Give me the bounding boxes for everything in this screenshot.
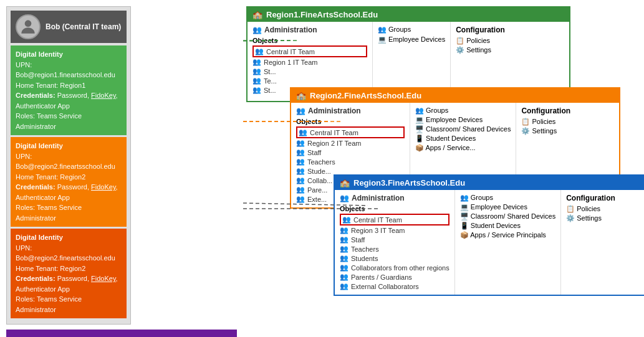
tenant1-header: 🏫 Region1.FineArtsSchool.Edu xyxy=(248,7,569,22)
left-panel: Bob (Central IT team) Digital Identity U… xyxy=(0,0,243,337)
groups-icon: 👥 xyxy=(378,26,387,33)
tenant2-admin-header: 👥 Administration xyxy=(296,107,405,115)
obj-icon-2d: 👥 xyxy=(296,158,305,166)
identity-home-1: Home Tenant: Region1 xyxy=(16,80,122,91)
t3-groups: 👥 Groups xyxy=(460,194,555,202)
t2-groups: 👥 Groups xyxy=(415,107,511,115)
obj-icon-2c: 👥 xyxy=(296,148,305,156)
identity-creds-3: Credentials: Password, FidoKey, Authenti… xyxy=(16,273,122,294)
obj-icon-2e: 👥 xyxy=(296,167,305,175)
obj-icon-3h: 👥 xyxy=(340,282,348,290)
tenant3-config: Configuration 📋 Policies ⚙️ Settings xyxy=(560,190,623,295)
tenant3-box: 🏫 Region3.FineArtsSchool.Edu 👥 Administr… xyxy=(334,174,644,296)
tenant2-icon: 🏫 xyxy=(296,91,306,100)
t2-stud-dev: 📱 Student Devices xyxy=(415,135,511,143)
obj-icon-3f: 👥 xyxy=(340,263,348,272)
obj-icon-3c: 👥 xyxy=(340,235,348,244)
identity-creds-1: Credentials: Password, FidoKey, Authenti… xyxy=(16,90,122,111)
obj-icon: 👥 xyxy=(255,47,264,55)
obj-icon-3d: 👥 xyxy=(340,245,348,253)
tenant3-admin-items: 👥 Groups 💻 Employee Devices 🖥️ Classroom… xyxy=(454,190,560,295)
identity-upn-1: UPN: Bob@region1.fineartsschool.edu xyxy=(16,60,122,80)
tenant3-header: 🏫 Region3.FineArtsSchool.Edu xyxy=(335,176,644,190)
t2-settings: ⚙️ Settings xyxy=(521,127,573,135)
caption-box: Central IT Scenario 2: Using multiple ac… xyxy=(6,330,237,337)
t3-stud-dev: 📱 Student Devices xyxy=(460,222,555,230)
t2-class-dev: 🖥️ Classroom/ Shared Devices xyxy=(415,125,511,133)
t3-emp-dev: 💻 Employee Devices xyxy=(460,203,555,211)
user-section: Bob (Central IT team) Digital Identity U… xyxy=(6,6,237,325)
identity-creds-2: Credentials: Password, FidoKey, Authenti… xyxy=(16,182,122,202)
identity-label-1: Digital Identity xyxy=(16,49,122,60)
tenant3-obj-6: 👥 Parents / Guardians xyxy=(340,272,449,282)
identity-card-3: Digital Identity UPN: Bob@region2.finear… xyxy=(11,229,127,318)
tenant1-settings: ⚙️ Settings xyxy=(456,46,507,54)
t3-settings: ⚙️ Settings xyxy=(566,214,618,222)
tenant1-obj-1: 👥 Region 1 IT Team xyxy=(252,57,367,67)
tenant3-config-label: Configuration xyxy=(566,194,618,202)
tenant3-title: Region3.FineArtsSchool.Edu xyxy=(353,178,465,187)
tenant2-obj-0: 👥 Central IT Team xyxy=(296,126,405,138)
tenant2-config-label: Configuration xyxy=(521,107,573,115)
svg-point-0 xyxy=(25,20,32,27)
obj-icon-3a: 👥 xyxy=(342,216,351,224)
tenant1-groups: 👥 Groups xyxy=(378,26,445,34)
tenant2-obj-label: Objects xyxy=(296,118,405,125)
right-panel: 🏫 Region1.FineArtsSchool.Edu 👥 Administr… xyxy=(243,0,644,337)
tenant3-obj-4: 👥 Students xyxy=(340,254,449,263)
tenant3-obj-5: 👥 Collaborators from other regions xyxy=(340,263,449,272)
tenant3-admin-header: 👥 Administration xyxy=(340,194,449,202)
admin-icon: 👥 xyxy=(252,26,262,34)
obj-icon-2g: 👥 xyxy=(296,186,305,194)
tenant3-obj-label: Objects xyxy=(340,205,449,212)
obj-icon-3e: 👥 xyxy=(340,254,348,262)
user-name: Bob (Central IT team) xyxy=(46,22,121,31)
identity-upn-2: UPN: Bob@region2.fineartsschool.edu xyxy=(16,151,122,172)
tenant1-obj-label: Objects xyxy=(252,37,367,44)
tenant2-title: Region2.FineArtsSchool.Edu xyxy=(310,91,421,100)
t3-policies: 📋 Policies xyxy=(566,205,618,213)
tenant3-body: 👥 Administration Objects 👥 Central IT Te… xyxy=(335,190,644,295)
tenant1-icon: 🏫 xyxy=(252,10,262,19)
t2-policies: 📋 Policies xyxy=(521,118,573,126)
policy-icon: 📋 xyxy=(456,37,464,44)
obj-icon-2: 👥 xyxy=(299,128,307,136)
tenant2-obj-3: 👥 Teachers xyxy=(296,157,405,166)
identity-home-2: Home Tenant: Region2 xyxy=(16,172,122,183)
tenant2-obj-1: 👥 Region 2 IT Team xyxy=(296,138,405,148)
t3-apps: 📦 Apps / Service Principals xyxy=(460,231,555,239)
identity-label-2: Digital Identity xyxy=(16,141,122,151)
tenant3-obj-7: 👥 External Collaborators xyxy=(340,282,449,291)
tenant3-icon: 🏫 xyxy=(340,178,350,187)
user-card: Bob (Central IT team) Digital Identity U… xyxy=(6,6,131,325)
devices-icon: 💻 xyxy=(378,36,387,43)
tenant1-policies: 📋 Policies xyxy=(456,37,507,45)
settings-icon: ⚙️ xyxy=(456,46,464,54)
obj-icon: 👥 xyxy=(252,67,261,75)
identity-label-3: Digital Identity xyxy=(16,232,122,243)
obj-icon-2f: 👥 xyxy=(296,176,305,184)
obj-icon: 👥 xyxy=(252,58,261,66)
identity-card-2: Digital Identity UPN: Bob@region2.finear… xyxy=(11,137,127,227)
identity-roles-2: Roles: Teams Service Administrator xyxy=(16,202,122,223)
t3-class-dev: 🖥️ Classroom/ Shared Devices xyxy=(460,212,555,221)
identity-home-3: Home Tenant: Region2 xyxy=(16,263,122,274)
admin-icon-3: 👥 xyxy=(340,194,349,202)
tenant1-objects-header: 👥 Administration xyxy=(252,26,367,34)
identity-card-1: Digital Identity UPN: Bob@region1.finear… xyxy=(11,45,127,135)
tenant2-obj-2: 👥 Staff xyxy=(296,148,405,157)
tenant1-emp-devices: 💻 Employee Devices xyxy=(378,36,445,44)
tenant3-objects: 👥 Administration Objects 👥 Central IT Te… xyxy=(335,190,454,295)
tenant1-obj-0: 👥 Central IT Team xyxy=(252,45,367,57)
tenant3-obj-2: 👥 Staff xyxy=(340,235,449,244)
tenant3-obj-1: 👥 Region 3 IT Team xyxy=(340,225,449,235)
admin-icon-2: 👥 xyxy=(296,107,305,115)
main-container: Bob (Central IT team) Digital Identity U… xyxy=(0,0,644,337)
obj-icon: 👥 xyxy=(252,86,261,94)
identity-upn-3: UPN: Bob@region2.fineartsschool.edu xyxy=(16,243,122,263)
obj-icon: 👥 xyxy=(252,77,261,85)
identity-roles-3: Roles: Teams Service Administrator xyxy=(16,294,122,315)
obj-icon-3g: 👥 xyxy=(340,273,348,281)
t2-apps: 📦 Apps / Service... xyxy=(415,144,511,152)
obj-icon-2h: 👥 xyxy=(296,195,305,203)
